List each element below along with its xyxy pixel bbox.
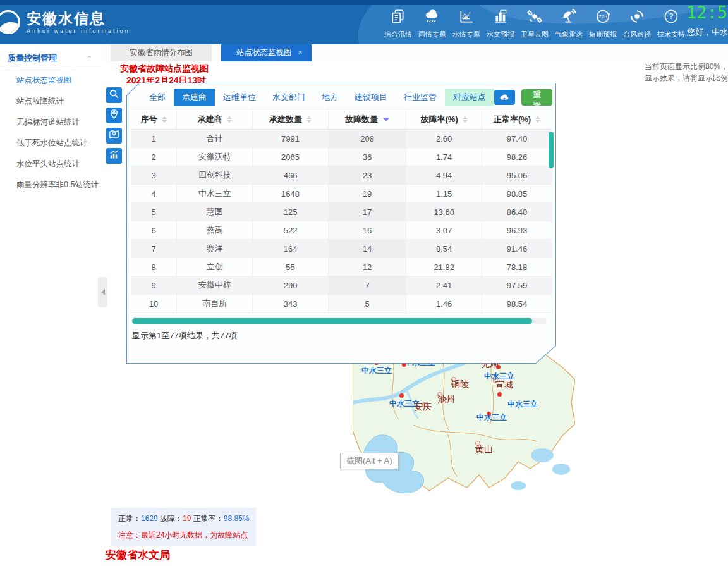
- column-header-label: 承建商: [198, 114, 222, 125]
- normal-rate: 98.85%: [224, 514, 250, 523]
- radar-icon: [561, 8, 577, 27]
- fault-note: 注意：最近24小时无数据，为故障站点: [118, 530, 249, 541]
- dialog-actions: 重置×: [494, 89, 569, 106]
- dialog-tab[interactable]: 对应站点: [445, 89, 494, 106]
- map-labels-layer: 中水三立中水三立中水三立中水三立中水三立中水三立芜湖宣城铜陵池州安庆黄山: [353, 341, 575, 501]
- table-cell: 86.40: [482, 203, 552, 221]
- column-header[interactable]: 承建数量: [253, 109, 329, 129]
- nav-item-台风路径[interactable]: 台风路径: [620, 8, 654, 39]
- table-cell: 13.60: [406, 203, 482, 221]
- table-cell: 98.54: [482, 295, 552, 312]
- column-header-label: 正常率(%): [494, 114, 531, 125]
- nav-item-label: 雨情专题: [418, 30, 446, 39]
- dialog-tab[interactable]: 地方: [313, 89, 346, 106]
- documents-icon: [390, 8, 406, 27]
- main-tab[interactable]: 站点状态监视图×: [221, 44, 312, 61]
- table-cell: 91.46: [482, 240, 552, 257]
- table-cell: 4: [131, 185, 177, 202]
- column-header[interactable]: 承建商: [177, 109, 253, 129]
- map-city-label: 黄山: [475, 444, 493, 455]
- table-cell: 安徽沃特: [177, 148, 253, 166]
- main-tab[interactable]: 安徽省雨情分布图: [111, 44, 212, 61]
- nav-item-气象雷达[interactable]: 气象雷达: [552, 8, 586, 39]
- nav-item-综合汛情[interactable]: 综合汛情: [381, 8, 415, 39]
- column-header[interactable]: 序号: [131, 109, 177, 129]
- vertical-scrollbar[interactable]: [549, 132, 554, 168]
- table-cell: 16: [329, 221, 406, 239]
- province-map[interactable]: 中水三立中水三立中水三立中水三立中水三立中水三立芜湖宣城铜陵池州安庆黄山: [353, 341, 575, 501]
- dialog-close-icon[interactable]: ×: [560, 92, 566, 103]
- sidebar-collapse-handle[interactable]: [98, 277, 107, 307]
- sidebar-item[interactable]: 无指标河道站统计: [0, 112, 101, 133]
- sidebar-item[interactable]: 低于死水位站点统计: [0, 133, 101, 154]
- column-header[interactable]: 故障数量: [329, 109, 406, 129]
- tool-button-search-icon[interactable]: [106, 87, 122, 103]
- app-window: 安徽水信息 Anhui water information 综合汛情雨情专题水情…: [0, 0, 728, 566]
- dialog-tab[interactable]: 行业监管: [396, 89, 445, 106]
- tool-button-locate-pin-icon[interactable]: [106, 108, 122, 123]
- table-cell: 12: [329, 258, 406, 276]
- table-cell: 78.18: [482, 258, 552, 276]
- station-stats-dialog: 全部承建商运维单位水文部门地方建设项目行业监管对应站点重置× 序号承建商承建数量…: [126, 83, 556, 364]
- table-cell: 97.59: [482, 276, 552, 294]
- station-dot: [399, 393, 404, 398]
- table-cell: 55: [253, 258, 329, 276]
- dialog-tab[interactable]: 水文部门: [264, 89, 313, 106]
- table-cell: 23: [329, 166, 406, 184]
- nav-item-技术支持[interactable]: ?技术支持: [654, 8, 688, 39]
- table-cell: 立创: [177, 258, 253, 276]
- table-row[interactable]: 6燕禹522163.0796.93: [131, 221, 552, 240]
- table-cell: 合计: [177, 130, 253, 147]
- column-header[interactable]: 正常率(%): [482, 109, 552, 129]
- table-body: 1合计79912082.6097.402安徽沃特2065361.7498.263…: [131, 130, 552, 313]
- sort-descending-icon: [383, 118, 389, 121]
- table-cell: 安徽中梓: [177, 276, 253, 294]
- table-cell: 97.40: [482, 130, 552, 147]
- map-marker-icon: [109, 129, 119, 142]
- clock-72h-icon: 72h: [595, 8, 611, 27]
- tab-close-icon[interactable]: ×: [298, 48, 303, 57]
- document-tab-strip: 安徽省雨情分布图站点状态监视图×: [101, 44, 728, 61]
- table-row[interactable]: 10南自所34351.4698.54: [131, 295, 552, 313]
- table-cell: 466: [253, 166, 329, 184]
- tool-button-map-marker-icon[interactable]: [106, 128, 122, 144]
- sidebar-item[interactable]: 水位平头站点统计: [0, 154, 101, 175]
- sidebar-item[interactable]: 雨量分辨率非0.5站统计: [0, 175, 101, 195]
- reset-button[interactable]: 重置: [521, 89, 552, 106]
- nav-item-水情专题[interactable]: 水情专题: [449, 8, 483, 39]
- dialog-tab[interactable]: 建设项目: [346, 89, 396, 106]
- table-row[interactable]: 1合计79912082.6097.40: [131, 130, 552, 148]
- table-row[interactable]: 8立创551221.8278.18: [131, 258, 552, 276]
- tool-button-chart-icon[interactable]: [106, 148, 122, 164]
- sidebar-section-header[interactable]: 质量控制管理 ⌃: [0, 44, 101, 70]
- digital-clock: 12:59: [686, 3, 728, 22]
- chevron-up-icon[interactable]: ⌃: [87, 54, 92, 63]
- dialog-tab[interactable]: 运维单位: [215, 89, 264, 106]
- station-dot: [497, 392, 502, 397]
- column-header[interactable]: 故障率(%): [406, 109, 482, 129]
- locate-pin-icon: [109, 109, 119, 122]
- table-cell: 1.74: [406, 148, 482, 166]
- table-row[interactable]: 5慧图1251713.6086.40: [131, 203, 552, 221]
- nav-item-短期预报[interactable]: 72h短期预报: [586, 8, 620, 39]
- table-row[interactable]: 3四创科技466234.9495.06: [131, 166, 552, 185]
- sidebar-item[interactable]: 站点故障统计: [0, 91, 101, 112]
- sidebar-item[interactable]: 站点状态监视图: [0, 70, 101, 91]
- forecast-bars-icon: [492, 8, 509, 27]
- horizontal-scrollbar[interactable]: [132, 318, 532, 324]
- table-row[interactable]: 2安徽沃特2065361.7498.26: [131, 148, 552, 166]
- nav-item-卫星云图[interactable]: 卫星云图: [518, 8, 552, 39]
- table-row[interactable]: 9安徽中梓29072.4197.59: [131, 276, 552, 295]
- table-cell: 4.94: [406, 166, 482, 184]
- table-cell: 2065: [253, 148, 329, 166]
- table-row[interactable]: 7赛洋164148.5491.46: [131, 240, 552, 258]
- cloud-button[interactable]: [494, 90, 515, 105]
- dialog-tab[interactable]: 承建商: [174, 89, 215, 106]
- table-row[interactable]: 4中水三立1648191.1598.85: [131, 185, 552, 203]
- nav-item-雨情专题[interactable]: 雨情专题: [415, 8, 449, 39]
- nav-item-水文预报[interactable]: 水文预报: [483, 8, 518, 39]
- sort-toggle-icon: [227, 116, 232, 123]
- svg-text:?: ?: [669, 12, 674, 21]
- dialog-tab[interactable]: 全部: [141, 89, 174, 106]
- table-cell: 96.93: [482, 221, 552, 239]
